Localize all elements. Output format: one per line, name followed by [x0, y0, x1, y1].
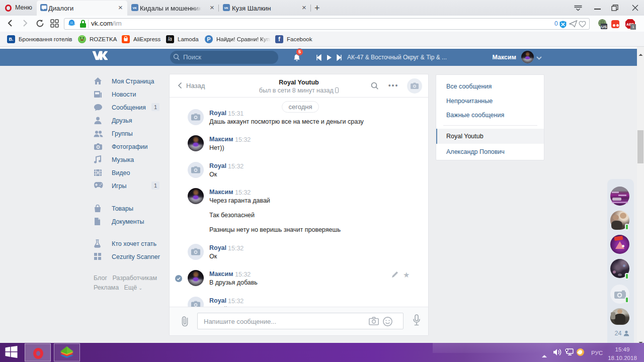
svg-text:US: US: [601, 25, 607, 29]
svg-text:VK: VK: [132, 6, 137, 9]
svg-text:VK: VK: [224, 6, 228, 9]
